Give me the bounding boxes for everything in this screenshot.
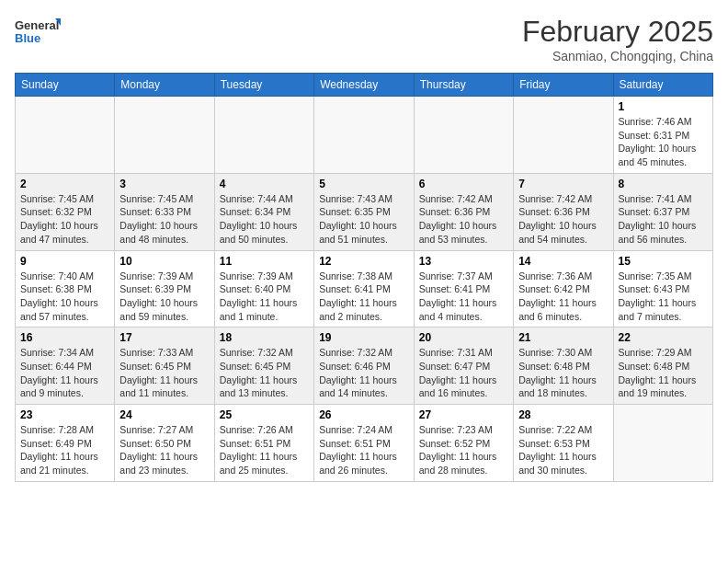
day-number: 10 <box>119 255 209 268</box>
day-number: 14 <box>518 255 608 268</box>
day-number: 28 <box>518 408 608 421</box>
calendar-cell: 2Sunrise: 7:45 AM Sunset: 6:32 PM Daylig… <box>16 173 115 250</box>
day-number: 4 <box>220 178 309 190</box>
calendar-cell <box>514 97 613 174</box>
day-info: Sunrise: 7:37 AM Sunset: 6:41 PM Dayligh… <box>419 270 508 324</box>
day-number: 26 <box>319 408 409 421</box>
calendar-cell: 19Sunrise: 7:32 AM Sunset: 6:46 PM Dayli… <box>314 327 415 405</box>
calendar-cell: 28Sunrise: 7:22 AM Sunset: 6:53 PM Dayli… <box>514 405 613 482</box>
day-info: Sunrise: 7:45 AM Sunset: 6:33 PM Dayligh… <box>119 192 209 247</box>
day-info: Sunrise: 7:39 AM Sunset: 6:39 PM Dayligh… <box>119 270 209 324</box>
day-number: 25 <box>220 408 309 421</box>
location: Sanmiao, Chongqing, China <box>522 49 713 63</box>
week-row-4: 16Sunrise: 7:34 AM Sunset: 6:44 PM Dayli… <box>16 327 713 405</box>
day-number: 15 <box>619 255 708 268</box>
calendar-cell: 12Sunrise: 7:38 AM Sunset: 6:41 PM Dayli… <box>314 250 415 327</box>
calendar-cell: 21Sunrise: 7:30 AM Sunset: 6:48 PM Dayli… <box>514 327 613 405</box>
calendar-cell <box>115 97 214 174</box>
day-number: 22 <box>619 331 708 344</box>
day-number: 2 <box>20 178 109 190</box>
day-info: Sunrise: 7:42 AM Sunset: 6:36 PM Dayligh… <box>419 192 508 247</box>
weekday-header-saturday: Saturday <box>613 74 712 97</box>
day-number: 5 <box>319 178 409 190</box>
day-info: Sunrise: 7:29 AM Sunset: 6:48 PM Dayligh… <box>619 346 708 400</box>
weekday-header-row: SundayMondayTuesdayWednesdayThursdayFrid… <box>16 74 713 97</box>
day-number: 21 <box>518 331 608 344</box>
calendar-cell: 13Sunrise: 7:37 AM Sunset: 6:41 PM Dayli… <box>414 250 513 327</box>
calendar-cell: 6Sunrise: 7:42 AM Sunset: 6:36 PM Daylig… <box>414 173 513 250</box>
day-info: Sunrise: 7:33 AM Sunset: 6:45 PM Dayligh… <box>119 346 209 400</box>
day-number: 11 <box>220 255 309 268</box>
day-info: Sunrise: 7:38 AM Sunset: 6:41 PM Dayligh… <box>319 270 409 324</box>
calendar-cell: 27Sunrise: 7:23 AM Sunset: 6:52 PM Dayli… <box>414 405 513 482</box>
day-info: Sunrise: 7:41 AM Sunset: 6:37 PM Dayligh… <box>619 192 708 247</box>
calendar-cell: 16Sunrise: 7:34 AM Sunset: 6:44 PM Dayli… <box>16 327 115 405</box>
calendar-cell: 23Sunrise: 7:28 AM Sunset: 6:49 PM Dayli… <box>16 405 115 482</box>
weekday-header-tuesday: Tuesday <box>214 74 313 97</box>
day-info: Sunrise: 7:35 AM Sunset: 6:43 PM Dayligh… <box>619 270 708 324</box>
weekday-header-friday: Friday <box>514 74 613 97</box>
day-info: Sunrise: 7:32 AM Sunset: 6:45 PM Dayligh… <box>220 346 309 400</box>
week-row-5: 23Sunrise: 7:28 AM Sunset: 6:49 PM Dayli… <box>16 405 713 482</box>
day-info: Sunrise: 7:39 AM Sunset: 6:40 PM Dayligh… <box>220 270 309 324</box>
calendar-cell <box>414 97 513 174</box>
day-info: Sunrise: 7:34 AM Sunset: 6:44 PM Dayligh… <box>20 346 109 400</box>
logo: General Blue <box>15 15 61 48</box>
day-number: 18 <box>220 331 309 344</box>
calendar-cell: 25Sunrise: 7:26 AM Sunset: 6:51 PM Dayli… <box>214 405 313 482</box>
day-info: Sunrise: 7:28 AM Sunset: 6:49 PM Dayligh… <box>20 423 109 477</box>
calendar-cell: 17Sunrise: 7:33 AM Sunset: 6:45 PM Dayli… <box>115 327 214 405</box>
day-info: Sunrise: 7:31 AM Sunset: 6:47 PM Dayligh… <box>419 346 508 400</box>
calendar-cell: 3Sunrise: 7:45 AM Sunset: 6:33 PM Daylig… <box>115 173 214 250</box>
svg-text:Blue: Blue <box>15 31 40 45</box>
day-number: 20 <box>419 331 508 344</box>
week-row-2: 2Sunrise: 7:45 AM Sunset: 6:32 PM Daylig… <box>16 173 713 250</box>
day-info: Sunrise: 7:45 AM Sunset: 6:32 PM Dayligh… <box>20 192 109 247</box>
day-info: Sunrise: 7:30 AM Sunset: 6:48 PM Dayligh… <box>518 346 608 400</box>
day-number: 13 <box>419 255 508 268</box>
day-info: Sunrise: 7:46 AM Sunset: 6:31 PM Dayligh… <box>619 115 708 169</box>
calendar-cell: 24Sunrise: 7:27 AM Sunset: 6:50 PM Dayli… <box>115 405 214 482</box>
day-number: 19 <box>319 331 409 344</box>
calendar-cell: 20Sunrise: 7:31 AM Sunset: 6:47 PM Dayli… <box>414 327 513 405</box>
day-info: Sunrise: 7:43 AM Sunset: 6:35 PM Dayligh… <box>319 192 409 247</box>
calendar-cell: 26Sunrise: 7:24 AM Sunset: 6:51 PM Dayli… <box>314 405 415 482</box>
calendar-cell: 14Sunrise: 7:36 AM Sunset: 6:42 PM Dayli… <box>514 250 613 327</box>
title-block: February 2025 Sanmiao, Chongqing, China <box>522 15 713 63</box>
day-info: Sunrise: 7:42 AM Sunset: 6:36 PM Dayligh… <box>518 192 608 247</box>
calendar-cell <box>314 97 415 174</box>
day-number: 24 <box>119 408 209 421</box>
calendar-cell: 7Sunrise: 7:42 AM Sunset: 6:36 PM Daylig… <box>514 173 613 250</box>
day-number: 6 <box>419 178 508 190</box>
calendar-cell <box>16 97 115 174</box>
day-info: Sunrise: 7:26 AM Sunset: 6:51 PM Dayligh… <box>220 423 309 477</box>
weekday-header-monday: Monday <box>115 74 214 97</box>
day-number: 8 <box>619 178 708 190</box>
day-number: 9 <box>20 255 109 268</box>
day-info: Sunrise: 7:22 AM Sunset: 6:53 PM Dayligh… <box>518 423 608 477</box>
week-row-1: 1Sunrise: 7:46 AM Sunset: 6:31 PM Daylig… <box>16 97 713 174</box>
calendar-cell: 1Sunrise: 7:46 AM Sunset: 6:31 PM Daylig… <box>613 97 712 174</box>
calendar-cell: 4Sunrise: 7:44 AM Sunset: 6:34 PM Daylig… <box>214 173 313 250</box>
day-number: 1 <box>619 100 708 113</box>
calendar-cell: 10Sunrise: 7:39 AM Sunset: 6:39 PM Dayli… <box>115 250 214 327</box>
day-number: 3 <box>119 178 209 190</box>
week-row-3: 9Sunrise: 7:40 AM Sunset: 6:38 PM Daylig… <box>16 250 713 327</box>
day-number: 23 <box>20 408 109 421</box>
day-info: Sunrise: 7:23 AM Sunset: 6:52 PM Dayligh… <box>419 423 508 477</box>
day-number: 7 <box>518 178 608 190</box>
day-number: 16 <box>20 331 109 344</box>
calendar-cell: 9Sunrise: 7:40 AM Sunset: 6:38 PM Daylig… <box>16 250 115 327</box>
logo-svg: General Blue <box>15 15 61 48</box>
svg-text:General: General <box>15 18 59 32</box>
day-info: Sunrise: 7:24 AM Sunset: 6:51 PM Dayligh… <box>319 423 409 477</box>
day-info: Sunrise: 7:36 AM Sunset: 6:42 PM Dayligh… <box>518 270 608 324</box>
calendar-cell: 5Sunrise: 7:43 AM Sunset: 6:35 PM Daylig… <box>314 173 415 250</box>
weekday-header-wednesday: Wednesday <box>314 74 415 97</box>
calendar-cell: 18Sunrise: 7:32 AM Sunset: 6:45 PM Dayli… <box>214 327 313 405</box>
calendar-cell: 15Sunrise: 7:35 AM Sunset: 6:43 PM Dayli… <box>613 250 712 327</box>
day-number: 12 <box>319 255 409 268</box>
day-info: Sunrise: 7:40 AM Sunset: 6:38 PM Dayligh… <box>20 270 109 324</box>
page-header: General Blue February 2025 Sanmiao, Chon… <box>15 15 713 63</box>
day-info: Sunrise: 7:32 AM Sunset: 6:46 PM Dayligh… <box>319 346 409 400</box>
